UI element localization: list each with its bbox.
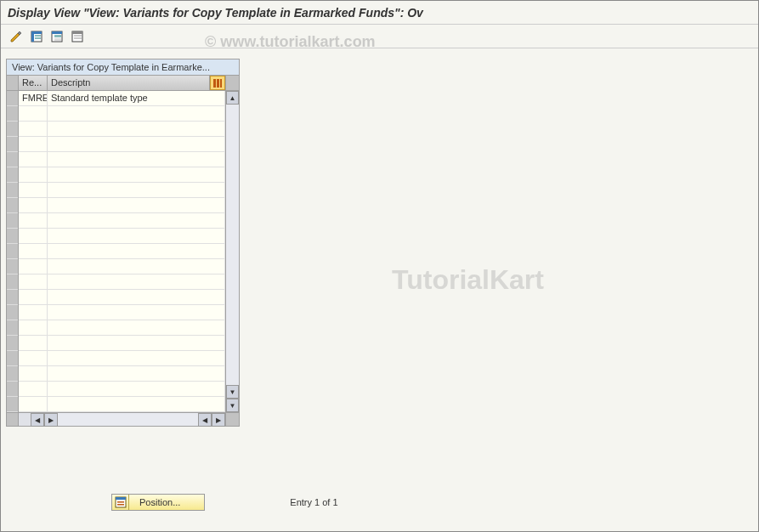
table-wrapper: Re... Descriptn FMRE Standard template t… <box>7 76 239 412</box>
row-selector[interactable] <box>7 106 18 122</box>
select-block-button[interactable] <box>48 28 65 45</box>
deselect-all-button[interactable] <box>69 28 86 45</box>
svg-rect-18 <box>117 501 124 503</box>
table-row[interactable] <box>19 274 225 290</box>
svg-rect-3 <box>35 35 41 37</box>
scroll-right-end-button[interactable]: ▶ <box>212 413 225 427</box>
svg-rect-14 <box>217 79 219 88</box>
svg-rect-1 <box>31 31 42 34</box>
table-deselect-icon <box>71 30 84 43</box>
column-header-re[interactable]: Re... <box>19 76 48 90</box>
row-selector[interactable] <box>7 213 18 229</box>
table-row[interactable] <box>19 106 225 122</box>
position-button-label: Position... <box>129 497 204 507</box>
entry-count-text: Entry 1 of 1 <box>290 497 337 507</box>
svg-rect-19 <box>117 504 124 506</box>
table-row[interactable] <box>19 305 225 320</box>
table-body: FMRE Standard template type <box>19 91 225 412</box>
table-row[interactable] <box>19 213 225 229</box>
table-row[interactable] <box>19 244 225 259</box>
configure-columns-button[interactable] <box>210 76 225 90</box>
scroll-down-button[interactable]: ▼ <box>226 385 239 399</box>
table-panel: View: Variants for Copy Template in Earm… <box>6 59 240 427</box>
svg-rect-13 <box>213 79 216 88</box>
cell-description: Standard template type <box>48 91 225 105</box>
svg-rect-11 <box>74 35 82 37</box>
svg-rect-10 <box>72 31 82 34</box>
scroll-left-end-button[interactable]: ◀ <box>198 413 212 427</box>
row-selector[interactable] <box>7 152 18 167</box>
row-selector[interactable] <box>7 290 18 305</box>
table-row[interactable] <box>19 366 225 382</box>
select-all-button[interactable] <box>28 28 45 45</box>
svg-rect-4 <box>35 37 41 39</box>
hscroll-corner <box>7 413 19 426</box>
table-row[interactable] <box>19 259 225 274</box>
row-selector[interactable] <box>7 320 18 336</box>
page-title: Display View "View: Variants for Copy Te… <box>8 6 423 20</box>
row-selector[interactable] <box>7 397 18 412</box>
column-header-description[interactable]: Descriptn <box>48 76 210 90</box>
footer-controls: Position... Entry 1 of 1 <box>111 494 338 511</box>
main-content: View: Variants for Copy Template in Earm… <box>1 48 758 531</box>
row-selector[interactable] <box>7 259 18 274</box>
row-selector[interactable] <box>7 274 18 290</box>
position-button[interactable]: Position... <box>111 494 205 511</box>
table-row[interactable] <box>19 229 225 244</box>
svg-rect-2 <box>31 34 34 42</box>
row-selector[interactable] <box>7 229 18 244</box>
table-row[interactable] <box>19 336 225 351</box>
svg-rect-6 <box>52 31 62 34</box>
scroll-end-button[interactable]: ▼ <box>226 399 239 412</box>
configure-columns-icon <box>212 78 223 88</box>
panel-title: View: Variants for Copy Template in Earm… <box>7 59 239 76</box>
horizontal-scrollbar[interactable]: ◀ ▶ ◀ ▶ <box>7 412 239 426</box>
table-row[interactable] <box>19 152 225 167</box>
scroll-left-button[interactable]: ◀ <box>31 413 44 427</box>
cell-re: FMRE <box>19 91 48 105</box>
svg-rect-12 <box>74 37 82 39</box>
row-selector[interactable] <box>7 137 18 152</box>
svg-rect-8 <box>54 38 61 41</box>
table-header: Re... Descriptn <box>19 76 225 91</box>
table-row[interactable] <box>19 382 225 397</box>
table-row[interactable] <box>19 290 225 305</box>
data-table: Re... Descriptn FMRE Standard template t… <box>19 76 225 412</box>
row-selector[interactable] <box>7 305 18 320</box>
change-display-button[interactable] <box>8 28 25 45</box>
table-row[interactable] <box>19 351 225 366</box>
svg-rect-15 <box>220 79 222 88</box>
row-selector[interactable] <box>7 366 18 382</box>
application-toolbar <box>1 25 758 48</box>
table-row[interactable] <box>19 122 225 137</box>
scroll-track[interactable] <box>226 105 239 385</box>
table-row[interactable] <box>19 137 225 152</box>
vertical-scrollbar[interactable]: ▲ ▼ ▼ <box>225 76 239 412</box>
row-selector[interactable] <box>7 382 18 397</box>
hscroll-track[interactable] <box>58 413 198 426</box>
table-select-all-icon <box>30 30 43 43</box>
row-selector[interactable] <box>7 336 18 351</box>
scroll-up-button[interactable]: ▲ <box>226 91 239 105</box>
row-selector[interactable] <box>7 198 18 213</box>
pencil-glasses-icon <box>9 30 23 43</box>
table-row[interactable] <box>19 183 225 198</box>
row-selector[interactable] <box>7 91 18 106</box>
table-row[interactable] <box>19 320 225 336</box>
table-row[interactable] <box>19 167 225 183</box>
row-selector[interactable] <box>7 351 18 366</box>
row-selector[interactable] <box>7 122 18 137</box>
row-selector[interactable] <box>7 244 18 259</box>
position-icon <box>112 495 129 510</box>
row-selector-column <box>7 76 19 412</box>
scroll-right-button[interactable]: ▶ <box>44 413 58 427</box>
row-selector[interactable] <box>7 183 18 198</box>
table-row[interactable] <box>19 198 225 213</box>
row-selector-header[interactable] <box>7 76 18 91</box>
row-selector[interactable] <box>7 167 18 183</box>
table-row[interactable]: FMRE Standard template type <box>19 91 225 106</box>
table-select-block-icon <box>50 30 64 43</box>
svg-rect-7 <box>54 35 61 37</box>
table-row[interactable] <box>19 397 225 412</box>
svg-rect-17 <box>116 497 126 500</box>
